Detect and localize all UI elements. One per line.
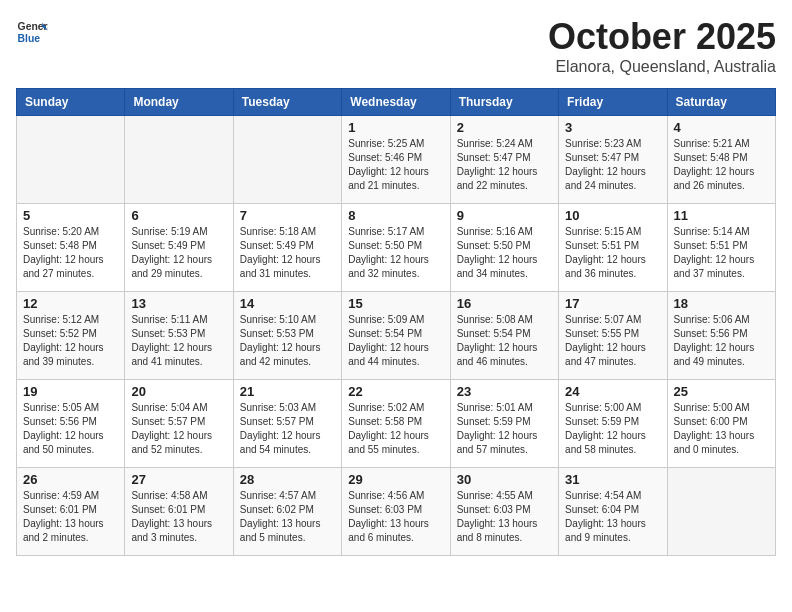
- week-row-5: 26Sunrise: 4:59 AM Sunset: 6:01 PM Dayli…: [17, 468, 776, 556]
- weekday-header-row: SundayMondayTuesdayWednesdayThursdayFrid…: [17, 89, 776, 116]
- weekday-header-tuesday: Tuesday: [233, 89, 341, 116]
- calendar-cell: 14Sunrise: 5:10 AM Sunset: 5:53 PM Dayli…: [233, 292, 341, 380]
- calendar-cell: 20Sunrise: 5:04 AM Sunset: 5:57 PM Dayli…: [125, 380, 233, 468]
- weekday-header-monday: Monday: [125, 89, 233, 116]
- day-number: 3: [565, 120, 660, 135]
- weekday-header-wednesday: Wednesday: [342, 89, 450, 116]
- calendar-cell: 21Sunrise: 5:03 AM Sunset: 5:57 PM Dayli…: [233, 380, 341, 468]
- day-info: Sunrise: 5:10 AM Sunset: 5:53 PM Dayligh…: [240, 313, 335, 369]
- day-info: Sunrise: 5:19 AM Sunset: 5:49 PM Dayligh…: [131, 225, 226, 281]
- calendar-cell: 19Sunrise: 5:05 AM Sunset: 5:56 PM Dayli…: [17, 380, 125, 468]
- calendar-cell: 29Sunrise: 4:56 AM Sunset: 6:03 PM Dayli…: [342, 468, 450, 556]
- day-info: Sunrise: 5:04 AM Sunset: 5:57 PM Dayligh…: [131, 401, 226, 457]
- day-number: 6: [131, 208, 226, 223]
- day-info: Sunrise: 5:02 AM Sunset: 5:58 PM Dayligh…: [348, 401, 443, 457]
- week-row-1: 1Sunrise: 5:25 AM Sunset: 5:46 PM Daylig…: [17, 116, 776, 204]
- calendar-cell: 22Sunrise: 5:02 AM Sunset: 5:58 PM Dayli…: [342, 380, 450, 468]
- day-number: 28: [240, 472, 335, 487]
- day-number: 23: [457, 384, 552, 399]
- week-row-2: 5Sunrise: 5:20 AM Sunset: 5:48 PM Daylig…: [17, 204, 776, 292]
- day-number: 14: [240, 296, 335, 311]
- calendar-cell: 23Sunrise: 5:01 AM Sunset: 5:59 PM Dayli…: [450, 380, 558, 468]
- calendar-cell: [125, 116, 233, 204]
- day-info: Sunrise: 4:56 AM Sunset: 6:03 PM Dayligh…: [348, 489, 443, 545]
- day-number: 13: [131, 296, 226, 311]
- day-number: 12: [23, 296, 118, 311]
- day-number: 15: [348, 296, 443, 311]
- day-number: 24: [565, 384, 660, 399]
- day-info: Sunrise: 5:25 AM Sunset: 5:46 PM Dayligh…: [348, 137, 443, 193]
- calendar-cell: 8Sunrise: 5:17 AM Sunset: 5:50 PM Daylig…: [342, 204, 450, 292]
- month-title: October 2025: [548, 16, 776, 58]
- calendar-cell: [17, 116, 125, 204]
- day-number: 21: [240, 384, 335, 399]
- day-info: Sunrise: 5:06 AM Sunset: 5:56 PM Dayligh…: [674, 313, 769, 369]
- day-number: 18: [674, 296, 769, 311]
- calendar-cell: 26Sunrise: 4:59 AM Sunset: 6:01 PM Dayli…: [17, 468, 125, 556]
- calendar-cell: 25Sunrise: 5:00 AM Sunset: 6:00 PM Dayli…: [667, 380, 775, 468]
- day-number: 2: [457, 120, 552, 135]
- calendar-cell: 28Sunrise: 4:57 AM Sunset: 6:02 PM Dayli…: [233, 468, 341, 556]
- day-info: Sunrise: 4:57 AM Sunset: 6:02 PM Dayligh…: [240, 489, 335, 545]
- location: Elanora, Queensland, Australia: [548, 58, 776, 76]
- day-info: Sunrise: 5:00 AM Sunset: 5:59 PM Dayligh…: [565, 401, 660, 457]
- day-number: 26: [23, 472, 118, 487]
- calendar-cell: [233, 116, 341, 204]
- day-info: Sunrise: 5:21 AM Sunset: 5:48 PM Dayligh…: [674, 137, 769, 193]
- day-info: Sunrise: 5:01 AM Sunset: 5:59 PM Dayligh…: [457, 401, 552, 457]
- calendar-cell: 10Sunrise: 5:15 AM Sunset: 5:51 PM Dayli…: [559, 204, 667, 292]
- calendar-cell: 13Sunrise: 5:11 AM Sunset: 5:53 PM Dayli…: [125, 292, 233, 380]
- day-number: 10: [565, 208, 660, 223]
- day-info: Sunrise: 5:16 AM Sunset: 5:50 PM Dayligh…: [457, 225, 552, 281]
- weekday-header-saturday: Saturday: [667, 89, 775, 116]
- day-number: 25: [674, 384, 769, 399]
- day-info: Sunrise: 4:54 AM Sunset: 6:04 PM Dayligh…: [565, 489, 660, 545]
- day-info: Sunrise: 4:55 AM Sunset: 6:03 PM Dayligh…: [457, 489, 552, 545]
- calendar-cell: 30Sunrise: 4:55 AM Sunset: 6:03 PM Dayli…: [450, 468, 558, 556]
- calendar-cell: 6Sunrise: 5:19 AM Sunset: 5:49 PM Daylig…: [125, 204, 233, 292]
- calendar-cell: 7Sunrise: 5:18 AM Sunset: 5:49 PM Daylig…: [233, 204, 341, 292]
- day-number: 19: [23, 384, 118, 399]
- svg-text:Blue: Blue: [18, 33, 41, 44]
- day-number: 8: [348, 208, 443, 223]
- day-number: 5: [23, 208, 118, 223]
- calendar-cell: 17Sunrise: 5:07 AM Sunset: 5:55 PM Dayli…: [559, 292, 667, 380]
- day-number: 31: [565, 472, 660, 487]
- day-info: Sunrise: 5:17 AM Sunset: 5:50 PM Dayligh…: [348, 225, 443, 281]
- day-info: Sunrise: 5:03 AM Sunset: 5:57 PM Dayligh…: [240, 401, 335, 457]
- weekday-header-friday: Friday: [559, 89, 667, 116]
- week-row-3: 12Sunrise: 5:12 AM Sunset: 5:52 PM Dayli…: [17, 292, 776, 380]
- calendar-cell: 16Sunrise: 5:08 AM Sunset: 5:54 PM Dayli…: [450, 292, 558, 380]
- day-number: 27: [131, 472, 226, 487]
- day-number: 29: [348, 472, 443, 487]
- calendar-cell: 3Sunrise: 5:23 AM Sunset: 5:47 PM Daylig…: [559, 116, 667, 204]
- day-info: Sunrise: 5:14 AM Sunset: 5:51 PM Dayligh…: [674, 225, 769, 281]
- calendar-cell: 27Sunrise: 4:58 AM Sunset: 6:01 PM Dayli…: [125, 468, 233, 556]
- weekday-header-thursday: Thursday: [450, 89, 558, 116]
- day-info: Sunrise: 5:20 AM Sunset: 5:48 PM Dayligh…: [23, 225, 118, 281]
- calendar-cell: 2Sunrise: 5:24 AM Sunset: 5:47 PM Daylig…: [450, 116, 558, 204]
- day-number: 9: [457, 208, 552, 223]
- calendar-cell: 1Sunrise: 5:25 AM Sunset: 5:46 PM Daylig…: [342, 116, 450, 204]
- day-number: 1: [348, 120, 443, 135]
- page-header: General Blue October 2025 Elanora, Queen…: [16, 16, 776, 76]
- title-block: October 2025 Elanora, Queensland, Austra…: [548, 16, 776, 76]
- calendar-table: SundayMondayTuesdayWednesdayThursdayFrid…: [16, 88, 776, 556]
- day-number: 22: [348, 384, 443, 399]
- day-number: 7: [240, 208, 335, 223]
- calendar-cell: 18Sunrise: 5:06 AM Sunset: 5:56 PM Dayli…: [667, 292, 775, 380]
- day-number: 4: [674, 120, 769, 135]
- day-info: Sunrise: 5:00 AM Sunset: 6:00 PM Dayligh…: [674, 401, 769, 457]
- logo-icon: General Blue: [16, 16, 48, 48]
- day-number: 11: [674, 208, 769, 223]
- calendar-cell: 4Sunrise: 5:21 AM Sunset: 5:48 PM Daylig…: [667, 116, 775, 204]
- day-info: Sunrise: 5:07 AM Sunset: 5:55 PM Dayligh…: [565, 313, 660, 369]
- day-number: 30: [457, 472, 552, 487]
- calendar-cell: 11Sunrise: 5:14 AM Sunset: 5:51 PM Dayli…: [667, 204, 775, 292]
- calendar-cell: 12Sunrise: 5:12 AM Sunset: 5:52 PM Dayli…: [17, 292, 125, 380]
- day-number: 20: [131, 384, 226, 399]
- day-number: 17: [565, 296, 660, 311]
- day-info: Sunrise: 5:18 AM Sunset: 5:49 PM Dayligh…: [240, 225, 335, 281]
- day-info: Sunrise: 5:24 AM Sunset: 5:47 PM Dayligh…: [457, 137, 552, 193]
- week-row-4: 19Sunrise: 5:05 AM Sunset: 5:56 PM Dayli…: [17, 380, 776, 468]
